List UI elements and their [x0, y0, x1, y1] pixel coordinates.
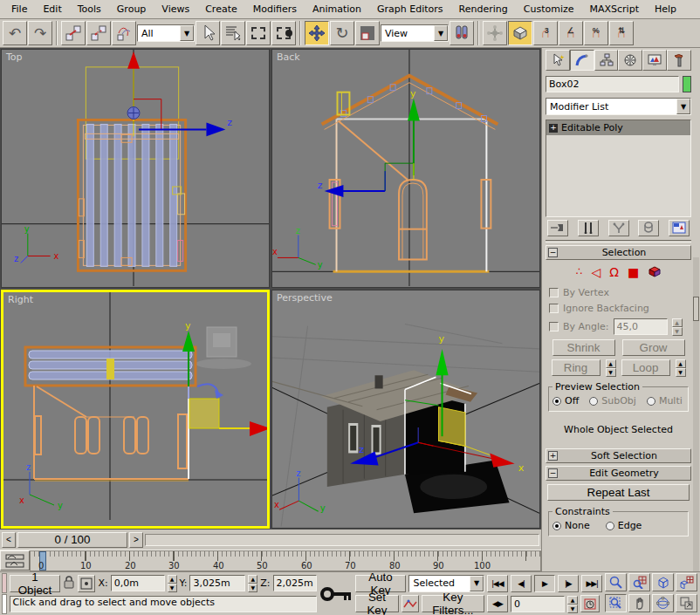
by-angle-field[interactable] [614, 318, 668, 335]
menu-create[interactable]: Create [197, 2, 245, 17]
selection-filter-dropdown[interactable]: All ▼ [137, 24, 195, 42]
zoom-extents-button[interactable] [652, 573, 674, 591]
chevron-down-icon[interactable]: ▼ [180, 25, 194, 41]
constraint-edge-radio[interactable] [606, 522, 614, 530]
soft-selection-header[interactable]: + Soft Selection [546, 448, 691, 463]
window-crossing-button[interactable] [271, 21, 296, 45]
menu-help[interactable]: Help [647, 2, 684, 17]
percent-snap-button[interactable]: ∩% [584, 21, 608, 45]
expand-stack-icon[interactable]: + [549, 124, 558, 133]
viewport-perspective[interactable]: Perspective [271, 290, 540, 529]
gizmo-x-arrow[interactable] [127, 51, 140, 69]
border-icon[interactable]: Ω [609, 265, 619, 280]
selection-rollout-header[interactable]: − Selection [546, 245, 691, 260]
collapse-icon[interactable]: − [548, 468, 558, 478]
constraint-none-radio[interactable] [552, 522, 561, 530]
select-object-button[interactable] [196, 21, 220, 45]
selection-lock-icon[interactable] [63, 575, 75, 591]
pan-button[interactable] [628, 594, 650, 612]
arc-rotate-button[interactable] [652, 594, 674, 612]
zoom-all-button[interactable] [628, 573, 650, 591]
panel-scrollbar-thumb[interactable] [693, 297, 699, 321]
menu-animation[interactable]: Animation [305, 2, 369, 17]
menu-views[interactable]: Views [154, 2, 197, 17]
edit-geometry-header[interactable]: − Edit Geometry [546, 466, 691, 481]
default-in-out-tangents-button[interactable] [401, 595, 418, 612]
zoom-region-button[interactable] [605, 594, 627, 612]
y-coordinate-field[interactable] [189, 575, 245, 591]
configure-modifier-sets-button[interactable] [669, 220, 690, 236]
time-spinner[interactable]: ▲▼ [567, 596, 578, 612]
polygon-icon[interactable]: ■ [628, 265, 639, 280]
menu-edit[interactable]: Edit [35, 2, 69, 17]
viewport-back-label[interactable]: Back [277, 51, 300, 63]
menu-customize[interactable]: Customize [516, 2, 582, 17]
previous-frame-arrow[interactable]: < [2, 532, 16, 548]
edge-icon[interactable]: ◁ [591, 265, 600, 280]
menu-group[interactable]: Group [109, 2, 154, 17]
track-bar-ruler[interactable]: 0 10 20 30 40 50 60 70 80 90 100 [30, 550, 541, 571]
go-to-end-button[interactable]: ▶▶| [581, 575, 602, 592]
previous-frame-button[interactable]: ◀| [511, 575, 532, 592]
modify-tab[interactable] [570, 50, 594, 71]
bind-to-spacewarp-button[interactable] [112, 21, 136, 45]
use-pivot-center-button[interactable] [450, 21, 474, 45]
pin-stack-button[interactable] [547, 220, 568, 236]
ignore-backfacing-checkbox[interactable] [549, 304, 559, 313]
grow-button[interactable]: Grow [622, 339, 685, 356]
select-and-move-button[interactable] [305, 21, 329, 45]
modifier-list-dropdown[interactable]: Modifier List ▼ [546, 98, 691, 115]
zoom-extents-all-button[interactable] [676, 573, 697, 591]
play-button[interactable]: ▶ [534, 575, 555, 592]
viewport-back[interactable]: Back [271, 49, 540, 288]
go-to-start-button[interactable]: |◀◀ [487, 575, 508, 592]
object-name-field[interactable] [546, 76, 679, 92]
panel-scrollbar[interactable] [693, 257, 699, 571]
viewport-top-label[interactable]: Top [6, 51, 23, 63]
chevron-down-icon[interactable]: ▼ [470, 576, 484, 591]
selected-polygon[interactable] [189, 399, 219, 428]
z-coordinate-field[interactable] [273, 575, 317, 591]
select-and-rotate-button[interactable]: ↻ [330, 21, 354, 45]
gizmo-y-arrow[interactable] [182, 331, 195, 352]
angle-snap-toggle-button[interactable]: ∩∠ [559, 21, 583, 45]
hierarchy-tab[interactable] [594, 50, 619, 71]
menu-graph-editors[interactable]: Graph Editors [369, 2, 451, 17]
key-mode-dropdown[interactable]: Selected ▼ [408, 575, 484, 592]
motion-tab[interactable] [618, 50, 642, 71]
set-key-button[interactable]: Set Key [355, 595, 400, 612]
unlink-selection-button[interactable] [86, 21, 111, 45]
spinner-snap-button[interactable]: ∩⇅ [609, 21, 634, 45]
set-keys-area[interactable] [319, 573, 353, 614]
by-vertex-checkbox[interactable] [549, 288, 559, 297]
gizmo-x-arrow[interactable] [250, 421, 267, 436]
angle-snap-button[interactable]: ∩3 [533, 21, 558, 45]
next-frame-arrow[interactable]: > [129, 532, 143, 548]
key-filters-button[interactable]: Key Filters... [422, 595, 484, 612]
vertex-icon[interactable]: ∴ [576, 265, 583, 280]
element-icon[interactable] [648, 265, 661, 280]
x-coordinate-field[interactable] [111, 575, 165, 591]
viewport-top[interactable]: Top [1, 49, 270, 288]
rect-selection-region-button[interactable] [246, 21, 271, 45]
create-tab[interactable] [546, 50, 570, 71]
time-configuration-button[interactable] [580, 595, 600, 612]
preview-off-radio[interactable] [552, 397, 561, 406]
snap-toggle-button[interactable] [508, 21, 532, 45]
shrink-button[interactable]: Shrink [552, 339, 615, 356]
chevron-down-icon[interactable]: ▼ [434, 25, 448, 41]
select-by-name-button[interactable] [221, 21, 245, 45]
open-mini-curve-editor-button[interactable] [0, 550, 30, 571]
show-end-result-button[interactable] [578, 220, 599, 236]
select-and-scale-button[interactable] [355, 21, 380, 45]
menu-rendering[interactable]: Rendering [451, 2, 516, 17]
chevron-down-icon[interactable]: ▼ [676, 99, 690, 114]
auto-key-button[interactable]: Auto Key [355, 575, 407, 592]
expand-icon[interactable]: + [548, 451, 558, 461]
modifier-stack[interactable]: + Editable Poly [546, 120, 691, 217]
undo-button[interactable]: ↶ [3, 21, 27, 45]
redo-button[interactable]: ↷ [28, 21, 52, 45]
menu-file[interactable]: File [3, 2, 35, 17]
menu-maxscript[interactable]: MAXScript [582, 2, 647, 17]
select-and-link-button[interactable] [61, 21, 86, 45]
